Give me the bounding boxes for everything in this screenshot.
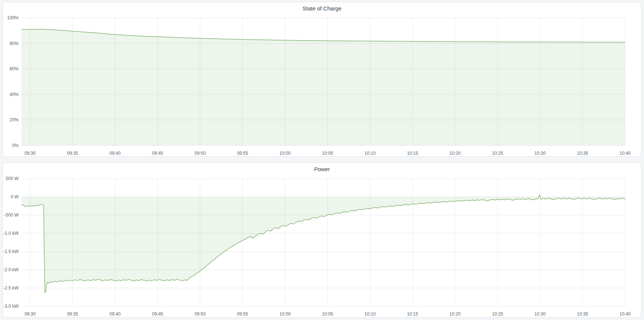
x-axis-tick-label: 10:00 [279, 151, 291, 156]
y-axis-tick-label: 100% [7, 15, 19, 20]
y-axis-tick-label: 20% [10, 117, 19, 122]
x-axis-tick-label: 09:40 [110, 311, 121, 317]
x-axis-tick-label: 10:25 [492, 151, 503, 156]
x-axis-tick-label: 10:20 [449, 311, 460, 317]
x-axis-tick-label: 09:30 [25, 311, 36, 317]
x-axis-tick-label: 09:55 [237, 151, 248, 156]
x-axis-tick-label: 09:45 [152, 311, 163, 317]
x-axis-tick-label: 10:05 [322, 311, 333, 317]
x-axis-tick-label: 09:35 [67, 311, 78, 317]
x-axis-tick-label: 09:35 [67, 151, 78, 156]
power-chart-plot[interactable]: 500 W0 W-500 W-1.0 kW-1.5 kW-2.0 kW-2.5 … [3, 163, 641, 317]
panel-state-of-charge: 100%80%60%40%20%0%09:3009:3509:4009:4509… [3, 2, 641, 157]
x-axis-tick-label: 09:50 [194, 151, 206, 156]
x-axis-tick-label: 10:20 [449, 151, 460, 156]
x-axis-tick-label: 09:50 [194, 311, 206, 317]
x-axis-tick-label: 10:40 [619, 151, 631, 156]
panel-title-power[interactable]: Power [3, 163, 641, 174]
x-axis-tick-label: 10:40 [619, 311, 631, 317]
x-axis-tick-label: 10:10 [365, 311, 376, 317]
panel-power: 500 W0 W-500 W-1.0 kW-1.5 kW-2.0 kW-2.5 … [3, 163, 641, 317]
x-axis-tick-label: 10:00 [279, 311, 291, 317]
y-axis-tick-label: 0 W [11, 194, 19, 199]
state-of-charge-chart-plot[interactable]: 100%80%60%40%20%0%09:3009:3509:4009:4509… [3, 2, 641, 156]
x-axis-tick-label: 10:15 [407, 311, 418, 317]
y-axis-tick-label: -1.5 kW [3, 249, 19, 254]
x-axis-tick-label: 09:55 [237, 311, 248, 317]
y-axis-tick-label: -500 W [4, 212, 19, 218]
x-axis-tick-label: 09:30 [25, 151, 36, 156]
series-area-fill [22, 29, 625, 146]
x-axis-tick-label: 10:30 [534, 151, 546, 156]
y-axis-tick-label: -2.5 kW [3, 285, 19, 291]
panel-title-state-of-charge[interactable]: State of Charge [3, 2, 641, 13]
y-axis-tick-label: 0% [12, 143, 19, 148]
x-axis-tick-label: 10:10 [365, 151, 376, 156]
y-axis-tick-label: 40% [10, 92, 19, 97]
y-axis-tick-label: -3.0 kW [3, 304, 19, 309]
y-axis-tick-label: 500 W [6, 176, 19, 181]
x-axis-tick-label: 10:30 [534, 311, 546, 317]
x-axis-tick-label: 10:05 [322, 151, 333, 156]
y-axis-tick-label: -1.0 kW [3, 231, 19, 236]
x-axis-tick-label: 10:25 [492, 311, 503, 317]
x-axis-tick-label: 09:40 [110, 151, 121, 156]
y-axis-tick-label: 60% [10, 66, 19, 71]
y-axis-tick-label: 80% [10, 41, 19, 46]
x-axis-tick-label: 10:35 [577, 151, 588, 156]
x-axis-tick-label: 10:15 [407, 151, 418, 156]
x-axis-tick-label: 09:45 [152, 151, 163, 156]
series-area-fill [22, 195, 625, 293]
y-axis-tick-label: -2.0 kW [3, 267, 19, 272]
x-axis-tick-label: 10:35 [577, 311, 588, 317]
